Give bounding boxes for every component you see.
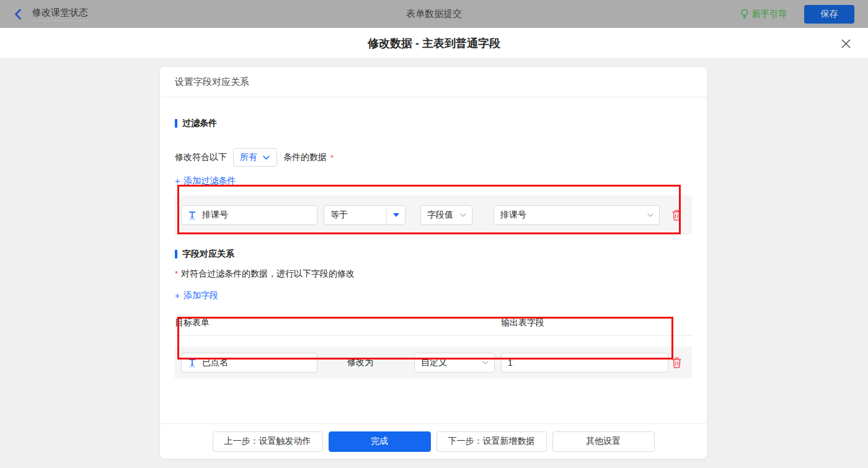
top-bar: 修改课堂状态 表单数据提交 新手引导 保存 — [0, 0, 868, 28]
filter-operator-select[interactable]: 等于 — [324, 205, 405, 225]
chevron-down-icon — [482, 361, 489, 364]
chevron-down-icon — [263, 156, 270, 160]
add-field-link[interactable]: + 添加字段 — [175, 290, 218, 301]
card-footer: 上一步：设置触发动作 完成 下一步：设置新增数据 其他设置 — [160, 423, 707, 459]
settings-card: 设置字段对应关系 过滤条件 修改符合以下 所有 条件的数据 * + 添加过滤条件 — [160, 67, 707, 459]
condition-suffix: 条件的数据 — [283, 152, 327, 163]
guide-label: 新手引导 — [752, 9, 787, 20]
back-icon[interactable] — [14, 9, 22, 20]
next-step-button[interactable]: 下一步：设置新增数据 — [436, 431, 547, 452]
plus-icon: + — [175, 176, 180, 186]
done-button[interactable]: 完成 — [329, 431, 431, 452]
text-field-icon — [188, 211, 197, 220]
section-accent-bar — [175, 250, 177, 258]
filter-value-type-select[interactable]: 字段值 — [420, 205, 472, 225]
column-output-field: 输出表字段 — [501, 317, 544, 329]
required-mark: * — [330, 153, 334, 162]
mapping-row: 已点名 修改为 自定义 1 — [175, 347, 692, 379]
mapping-value-input[interactable]: 1 — [501, 353, 668, 373]
filter-section-title: 过滤条件 — [175, 118, 692, 129]
section-accent-bar — [175, 119, 177, 128]
page-title: 表单数据提交 — [0, 8, 868, 20]
mapping-columns-header: 目标表单 输出表字段 — [175, 317, 692, 336]
delete-mapping-row-icon[interactable] — [671, 357, 682, 368]
prev-step-button[interactable]: 上一步：设置触发动作 — [213, 431, 323, 452]
mapping-value-type-select[interactable]: 自定义 — [414, 353, 495, 373]
caret-down-icon — [393, 213, 399, 217]
delete-filter-row-icon[interactable] — [671, 210, 682, 221]
filter-value-field-select[interactable]: 排课号 — [494, 205, 660, 225]
mapping-section-title: 字段对应关系 — [175, 249, 692, 260]
mapping-field-input[interactable]: 已点名 — [181, 353, 317, 373]
required-mark: * — [175, 269, 178, 278]
filter-field-input[interactable]: 排课号 — [181, 205, 317, 225]
card-header: 设置字段对应关系 — [160, 67, 707, 97]
condition-prefix: 修改符合以下 — [175, 152, 227, 163]
text-field-icon — [188, 358, 197, 368]
condition-scope-select[interactable]: 所有 — [233, 148, 277, 167]
lightbulb-icon — [740, 9, 749, 19]
plus-icon: + — [175, 291, 180, 301]
newbie-guide-link[interactable]: 新手引导 — [740, 9, 787, 20]
filter-condition-row: 排课号 等于 字段值 排课号 — [175, 195, 692, 235]
dialog-header: 修改数据 - 主表到普通字段 — [0, 28, 868, 59]
save-button[interactable]: 保存 — [804, 5, 854, 24]
chevron-down-icon — [647, 213, 653, 217]
modify-to-label: 修改为 — [347, 357, 382, 368]
add-filter-condition-link[interactable]: + 添加过滤条件 — [175, 175, 236, 187]
mapping-description: 对符合过滤条件的数据，进行以下字段的修改 — [181, 268, 355, 280]
chevron-down-icon — [460, 213, 466, 217]
dialog-title: 修改数据 - 主表到普通字段 — [368, 36, 500, 51]
column-target-form: 目标表单 — [175, 317, 210, 329]
flow-title[interactable]: 修改课堂状态 — [32, 7, 88, 21]
close-icon[interactable] — [838, 36, 853, 51]
other-settings-button[interactable]: 其他设置 — [552, 431, 655, 452]
